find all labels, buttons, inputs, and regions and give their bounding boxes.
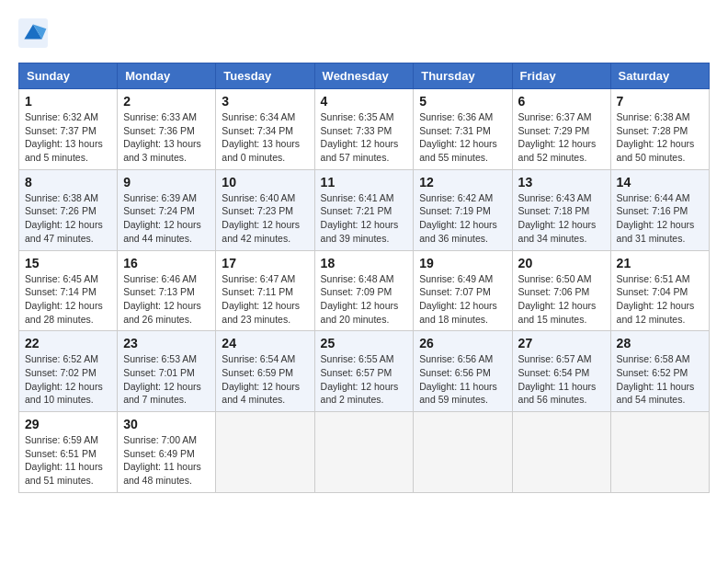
calendar-cell: 20Sunrise: 6:50 AMSunset: 7:06 PMDayligh…: [512, 250, 610, 331]
day-number: 5: [419, 94, 506, 109]
calendar-cell: 4Sunrise: 6:35 AMSunset: 7:33 PMDaylight…: [314, 89, 414, 170]
calendar-cell: 25Sunrise: 6:55 AMSunset: 6:57 PMDayligh…: [314, 331, 414, 412]
day-info: Sunrise: 6:58 AMSunset: 6:52 PMDaylight:…: [617, 352, 703, 407]
day-info: Sunrise: 6:48 AMSunset: 7:09 PMDaylight:…: [321, 272, 408, 327]
calendar-cell: 30Sunrise: 7:00 AMSunset: 6:49 PMDayligh…: [118, 412, 216, 493]
day-info: Sunrise: 6:54 AMSunset: 6:59 PMDaylight:…: [222, 352, 308, 407]
calendar-cell: 17Sunrise: 6:47 AMSunset: 7:11 PMDayligh…: [216, 250, 314, 331]
day-number: 2: [123, 94, 210, 109]
day-number: 18: [321, 256, 408, 270]
header-saturday: Saturday: [610, 63, 709, 89]
calendar-week-row: 8Sunrise: 6:38 AMSunset: 7:26 PMDaylight…: [19, 169, 710, 250]
day-number: 20: [518, 256, 605, 270]
calendar-cell: 5Sunrise: 6:36 AMSunset: 7:31 PMDaylight…: [414, 89, 512, 170]
day-info: Sunrise: 6:36 AMSunset: 7:31 PMDaylight:…: [419, 110, 506, 165]
calendar-cell: 12Sunrise: 6:42 AMSunset: 7:19 PMDayligh…: [414, 169, 512, 250]
day-info: Sunrise: 6:52 AMSunset: 7:02 PMDaylight:…: [25, 352, 111, 407]
day-info: Sunrise: 6:59 AMSunset: 6:51 PMDaylight:…: [25, 433, 111, 488]
day-info: Sunrise: 6:44 AMSunset: 7:16 PMDaylight:…: [617, 191, 703, 246]
calendar-cell: 10Sunrise: 6:40 AMSunset: 7:23 PMDayligh…: [216, 169, 314, 250]
day-number: 29: [25, 417, 111, 431]
day-number: 8: [25, 175, 111, 190]
day-number: 30: [123, 417, 210, 431]
day-info: Sunrise: 6:39 AMSunset: 7:24 PMDaylight:…: [123, 191, 210, 246]
header-thursday: Thursday: [414, 63, 512, 89]
calendar-week-row: 15Sunrise: 6:45 AMSunset: 7:14 PMDayligh…: [19, 250, 710, 331]
calendar-table: SundayMondayTuesdayWednesdayThursdayFrid…: [18, 63, 710, 493]
day-number: 22: [25, 336, 111, 350]
day-info: Sunrise: 6:55 AMSunset: 6:57 PMDaylight:…: [321, 352, 408, 407]
page-header: [18, 18, 710, 48]
day-number: 1: [25, 94, 111, 109]
calendar-week-row: 29Sunrise: 6:59 AMSunset: 6:51 PMDayligh…: [19, 412, 710, 493]
calendar-cell: 24Sunrise: 6:54 AMSunset: 6:59 PMDayligh…: [216, 331, 314, 412]
day-number: 24: [222, 336, 308, 350]
day-info: Sunrise: 6:37 AMSunset: 7:29 PMDaylight:…: [518, 110, 605, 165]
day-info: Sunrise: 6:47 AMSunset: 7:11 PMDaylight:…: [222, 272, 308, 327]
day-number: 17: [222, 256, 308, 270]
calendar-cell: [414, 412, 512, 493]
header-monday: Monday: [118, 63, 216, 89]
calendar-week-row: 22Sunrise: 6:52 AMSunset: 7:02 PMDayligh…: [19, 331, 710, 412]
calendar-cell: 7Sunrise: 6:38 AMSunset: 7:28 PMDaylight…: [610, 89, 709, 170]
calendar-cell: 28Sunrise: 6:58 AMSunset: 6:52 PMDayligh…: [610, 331, 709, 412]
header-sunday: Sunday: [19, 63, 118, 89]
calendar-cell: 26Sunrise: 6:56 AMSunset: 6:56 PMDayligh…: [414, 331, 512, 412]
day-number: 7: [617, 94, 703, 109]
day-info: Sunrise: 7:00 AMSunset: 6:49 PMDaylight:…: [123, 433, 210, 488]
calendar-cell: [610, 412, 709, 493]
day-number: 13: [518, 175, 605, 190]
calendar-cell: [314, 412, 414, 493]
calendar-cell: 16Sunrise: 6:46 AMSunset: 7:13 PMDayligh…: [118, 250, 216, 331]
day-number: 27: [518, 336, 605, 350]
day-info: Sunrise: 6:35 AMSunset: 7:33 PMDaylight:…: [321, 110, 408, 165]
calendar-cell: 3Sunrise: 6:34 AMSunset: 7:34 PMDaylight…: [216, 89, 314, 170]
day-info: Sunrise: 6:50 AMSunset: 7:06 PMDaylight:…: [518, 272, 605, 327]
day-number: 4: [321, 94, 408, 109]
day-info: Sunrise: 6:41 AMSunset: 7:21 PMDaylight:…: [321, 191, 408, 246]
header-friday: Friday: [512, 63, 610, 89]
calendar-cell: 14Sunrise: 6:44 AMSunset: 7:16 PMDayligh…: [610, 169, 709, 250]
calendar-cell: 2Sunrise: 6:33 AMSunset: 7:36 PMDaylight…: [118, 89, 216, 170]
day-info: Sunrise: 6:32 AMSunset: 7:37 PMDaylight:…: [25, 110, 111, 165]
calendar-cell: 13Sunrise: 6:43 AMSunset: 7:18 PMDayligh…: [512, 169, 610, 250]
calendar-cell: 1Sunrise: 6:32 AMSunset: 7:37 PMDaylight…: [19, 89, 118, 170]
day-number: 25: [321, 336, 408, 350]
day-info: Sunrise: 6:53 AMSunset: 7:01 PMDaylight:…: [123, 352, 210, 407]
calendar-header-row: SundayMondayTuesdayWednesdayThursdayFrid…: [19, 63, 710, 89]
calendar-cell: 22Sunrise: 6:52 AMSunset: 7:02 PMDayligh…: [19, 331, 118, 412]
calendar-cell: [512, 412, 610, 493]
day-info: Sunrise: 6:49 AMSunset: 7:07 PMDaylight:…: [419, 272, 506, 327]
day-number: 21: [617, 256, 703, 270]
calendar-cell: 6Sunrise: 6:37 AMSunset: 7:29 PMDaylight…: [512, 89, 610, 170]
day-info: Sunrise: 6:45 AMSunset: 7:14 PMDaylight:…: [25, 272, 111, 327]
day-number: 16: [123, 256, 210, 270]
day-info: Sunrise: 6:33 AMSunset: 7:36 PMDaylight:…: [123, 110, 210, 165]
day-number: 6: [518, 94, 605, 109]
header-tuesday: Tuesday: [216, 63, 314, 89]
day-info: Sunrise: 6:56 AMSunset: 6:56 PMDaylight:…: [419, 352, 506, 407]
day-info: Sunrise: 6:43 AMSunset: 7:18 PMDaylight:…: [518, 191, 605, 246]
day-number: 23: [123, 336, 210, 350]
calendar-cell: 8Sunrise: 6:38 AMSunset: 7:26 PMDaylight…: [19, 169, 118, 250]
day-number: 3: [222, 94, 308, 109]
calendar-cell: 23Sunrise: 6:53 AMSunset: 7:01 PMDayligh…: [118, 331, 216, 412]
day-number: 11: [321, 175, 408, 190]
day-number: 15: [25, 256, 111, 270]
calendar-week-row: 1Sunrise: 6:32 AMSunset: 7:37 PMDaylight…: [19, 89, 710, 170]
calendar-cell: 11Sunrise: 6:41 AMSunset: 7:21 PMDayligh…: [314, 169, 414, 250]
day-number: 10: [222, 175, 308, 190]
day-info: Sunrise: 6:57 AMSunset: 6:54 PMDaylight:…: [518, 352, 605, 407]
calendar-cell: 18Sunrise: 6:48 AMSunset: 7:09 PMDayligh…: [314, 250, 414, 331]
day-number: 26: [419, 336, 506, 350]
logo-icon: [18, 18, 48, 48]
day-info: Sunrise: 6:46 AMSunset: 7:13 PMDaylight:…: [123, 272, 210, 327]
calendar-cell: 9Sunrise: 6:39 AMSunset: 7:24 PMDaylight…: [118, 169, 216, 250]
calendar-cell: 19Sunrise: 6:49 AMSunset: 7:07 PMDayligh…: [414, 250, 512, 331]
day-number: 12: [419, 175, 506, 190]
day-number: 9: [123, 175, 210, 190]
day-number: 14: [617, 175, 703, 190]
logo: [18, 18, 53, 48]
day-info: Sunrise: 6:51 AMSunset: 7:04 PMDaylight:…: [617, 272, 703, 327]
day-info: Sunrise: 6:40 AMSunset: 7:23 PMDaylight:…: [222, 191, 308, 246]
